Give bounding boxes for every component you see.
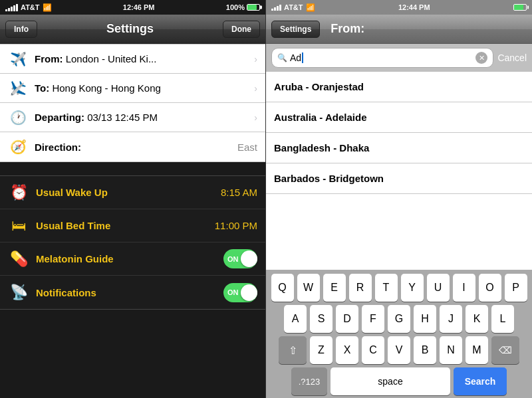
departing-row[interactable]: 🕐 Departing: 03/13 12:45 PM › — [0, 103, 265, 132]
shift-key[interactable]: ⇧ — [279, 336, 307, 364]
key-N[interactable]: N — [440, 336, 462, 364]
melatonin-toggle[interactable]: ON — [223, 249, 257, 268]
key-V[interactable]: V — [388, 336, 410, 364]
left-time: 12:46 PM — [123, 3, 155, 11]
direction-text: East — [237, 142, 257, 153]
settings-back-button[interactable]: Settings — [271, 21, 320, 38]
search-input-wrap[interactable]: 🔍 Ad ✕ — [271, 48, 493, 68]
left-phone: AT&T 📶 12:46 PM 100% Info Settings Done … — [0, 0, 266, 398]
key-E[interactable]: E — [323, 274, 346, 302]
search-query-text: Ad — [290, 52, 301, 63]
departing-chevron-icon: › — [254, 112, 257, 123]
search-button[interactable]: Search — [454, 367, 507, 395]
direction-label: Direction: — [35, 142, 81, 153]
key-Z[interactable]: Z — [310, 336, 332, 364]
key-C[interactable]: C — [362, 336, 384, 364]
key-L[interactable]: L — [491, 305, 514, 333]
key-X[interactable]: X — [336, 336, 358, 364]
right-battery-fill — [514, 5, 523, 10]
right-time: 12:44 PM — [398, 3, 430, 11]
info-button[interactable]: Info — [5, 21, 37, 38]
departing-label: Departing: 03/13 12:45 PM — [35, 112, 158, 123]
from-value: › — [254, 54, 257, 64]
search-bar: 🔍 Ad ✕ Cancel — [266, 44, 532, 72]
key-R[interactable]: R — [349, 274, 372, 302]
key-H[interactable]: H — [414, 305, 436, 333]
left-nav-bar: Info Settings Done — [0, 15, 265, 44]
right-nav-bar: Settings From: — [266, 15, 532, 44]
wake-up-icon: ⏰ — [8, 182, 29, 203]
notifications-toggle-label: ON — [227, 288, 239, 296]
from-row[interactable]: ✈️ From: London - United Ki... › — [0, 45, 265, 74]
departing-value: › — [254, 112, 257, 123]
key-B[interactable]: B — [414, 336, 436, 364]
direction-value: East — [237, 142, 257, 153]
melatonin-label: Melatonin Guide — [36, 253, 114, 264]
left-status-bar: AT&T 📶 12:46 PM 100% — [0, 0, 265, 15]
notifications-icon: 📡 — [8, 282, 29, 303]
from-icon: ✈️ — [8, 49, 28, 69]
search-input-text[interactable]: Ad — [290, 52, 475, 63]
keyboard-row-3: ⇧ Z X C V B N M ⌫ — [268, 336, 530, 364]
key-J[interactable]: J — [440, 305, 462, 333]
bed-time-icon: 🛏 — [8, 215, 29, 237]
bed-time-row[interactable]: 🛏 Usual Bed Time 11:00 PM — [0, 209, 265, 243]
settings-list: ✈️ From: London - United Ki... › ✈️ To: … — [0, 44, 265, 162]
to-icon: ✈️ — [8, 78, 28, 98]
key-A[interactable]: A — [284, 305, 307, 333]
delete-key[interactable]: ⌫ — [491, 336, 519, 364]
right-wifi-icon: 📶 — [306, 3, 315, 12]
result-australia[interactable]: Australia - Adelaide — [266, 102, 532, 133]
notifications-toggle-knob — [241, 284, 257, 301]
notifications-toggle[interactable]: ON — [223, 283, 257, 302]
right-battery-area — [513, 4, 527, 11]
result-bangladesh[interactable]: Bangladesh - Dhaka — [266, 133, 532, 163]
key-S[interactable]: S — [310, 305, 332, 333]
yellow-settings-section: ⏰ Usual Wake Up 8:15 AM 🛏 Usual Bed Time… — [0, 175, 265, 310]
cancel-search-button[interactable]: Cancel — [497, 50, 527, 66]
key-U[interactable]: U — [427, 274, 450, 302]
key-W[interactable]: W — [297, 274, 320, 302]
right-status-bar: AT&T 📶 12:44 PM — [266, 0, 532, 15]
search-cursor — [302, 52, 303, 63]
battery-fill — [247, 5, 257, 10]
melatonin-row[interactable]: 💊 Melatonin Guide ON — [0, 243, 265, 276]
notifications-label: Notifications — [36, 287, 96, 298]
wake-up-row[interactable]: ⏰ Usual Wake Up 8:15 AM — [0, 176, 265, 209]
key-T[interactable]: T — [375, 274, 398, 302]
melatonin-toggle-label: ON — [227, 255, 239, 263]
keyboard: Q W E R T Y U I O P A S D F G H J K L ⇧ … — [266, 270, 532, 398]
key-I[interactable]: I — [453, 274, 475, 302]
signal-icon — [5, 4, 18, 11]
melatonin-toggle-knob — [241, 250, 257, 267]
numbers-key[interactable]: .?123 — [291, 367, 327, 395]
key-K[interactable]: K — [466, 305, 488, 333]
right-phone: AT&T 📶 12:44 PM Settings From: 🔍 Ad ✕ Ca… — [266, 0, 532, 398]
done-button[interactable]: Done — [223, 21, 260, 38]
direction-row[interactable]: 🧭 Direction: East — [0, 132, 265, 161]
search-clear-button[interactable]: ✕ — [475, 52, 487, 64]
wake-up-value: 8:15 AM — [221, 187, 257, 198]
to-label: To: Hong Kong - Hong Kong — [35, 82, 161, 94]
melatonin-icon: 💊 — [8, 249, 29, 270]
result-aruba[interactable]: Aruba - Oranjestad — [266, 72, 532, 102]
result-barbados[interactable]: Barbados - Bridgetown — [266, 163, 532, 194]
bed-time-label: Usual Bed Time — [36, 220, 110, 231]
notifications-row[interactable]: 📡 Notifications ON — [0, 276, 265, 309]
key-Y[interactable]: Y — [401, 274, 424, 302]
key-Q[interactable]: Q — [271, 274, 294, 302]
key-M[interactable]: M — [466, 336, 488, 364]
wake-up-label: Usual Wake Up — [36, 187, 108, 198]
space-key[interactable]: space — [331, 367, 450, 395]
key-P[interactable]: P — [505, 274, 527, 302]
key-G[interactable]: G — [388, 305, 410, 333]
settings-title: Settings — [37, 22, 223, 36]
battery-icon — [247, 4, 260, 11]
to-row[interactable]: ✈️ To: Hong Kong - Hong Kong › — [0, 74, 265, 103]
right-carrier-text: AT&T — [284, 3, 303, 11]
key-O[interactable]: O — [479, 274, 501, 302]
direction-icon: 🧭 — [8, 137, 28, 157]
carrier-text: AT&T — [21, 3, 40, 11]
key-D[interactable]: D — [336, 305, 358, 333]
key-F[interactable]: F — [362, 305, 384, 333]
